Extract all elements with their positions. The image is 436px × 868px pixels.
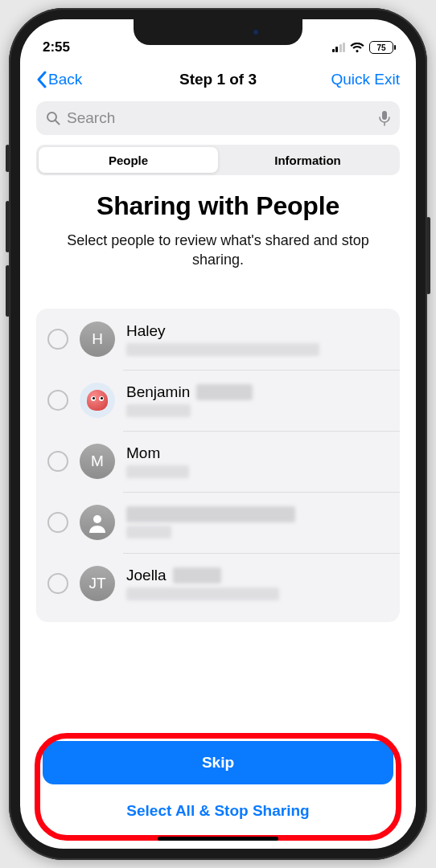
search-input[interactable] [67, 109, 372, 127]
power-button [426, 217, 430, 294]
people-list: H Haley Benjamin M Mom [36, 309, 400, 622]
avatar: M [80, 444, 115, 479]
sharing-detail [126, 465, 189, 478]
person-name: Joella [126, 567, 167, 584]
list-item[interactable]: M Mom [36, 431, 400, 492]
list-item[interactable]: H Haley [36, 309, 400, 370]
back-label: Back [48, 71, 82, 88]
page-subtitle: Select people to review what's shared an… [20, 224, 416, 286]
tab-information[interactable]: Information [218, 147, 397, 173]
screen: 2:55 75 Back Step 1 of 3 Quick Exit P [20, 19, 416, 849]
avatar: H [80, 321, 115, 357]
quick-exit-button[interactable]: Quick Exit [331, 71, 400, 88]
notch [134, 19, 302, 45]
radio-unselected[interactable] [47, 512, 68, 533]
volume-down-button [6, 265, 10, 317]
tab-people[interactable]: People [39, 147, 218, 173]
chevron-left-icon [36, 71, 47, 88]
list-item[interactable]: JT Joella [36, 553, 400, 614]
person-name: Haley [126, 322, 166, 340]
wifi-icon [350, 43, 364, 53]
cellular-icon [332, 43, 346, 52]
search-field[interactable] [36, 101, 400, 135]
person-name [126, 506, 295, 522]
avatar [80, 505, 115, 540]
sharing-detail [126, 526, 171, 538]
page-title: Sharing with People [39, 191, 397, 221]
skip-button[interactable]: Skip [43, 741, 393, 784]
back-button[interactable]: Back [36, 71, 82, 88]
avatar [80, 383, 115, 418]
battery-icon: 75 [369, 41, 393, 54]
radio-unselected[interactable] [47, 573, 68, 594]
sharing-detail [126, 404, 191, 417]
status-time: 2:55 [43, 39, 70, 55]
list-item[interactable] [36, 492, 400, 553]
phone-frame: 2:55 75 Back Step 1 of 3 Quick Exit P [9, 8, 427, 860]
mute-switch [6, 145, 10, 172]
radio-unselected[interactable] [47, 329, 68, 350]
microphone-icon[interactable] [379, 110, 390, 126]
sharing-detail [126, 588, 279, 600]
list-item[interactable]: Benjamin [36, 370, 400, 431]
select-all-stop-sharing-button[interactable]: Select All & Stop Sharing [43, 799, 393, 823]
volume-up-button [6, 201, 10, 252]
svg-rect-2 [382, 111, 387, 120]
nav-bar: Back Step 1 of 3 Quick Exit [20, 61, 416, 95]
svg-line-1 [56, 121, 60, 125]
radio-unselected[interactable] [47, 390, 68, 411]
svg-point-3 [93, 515, 101, 523]
home-indicator[interactable] [158, 837, 278, 841]
person-name: Mom [126, 444, 160, 462]
sharing-detail [126, 343, 319, 356]
step-label: Step 1 of 3 [179, 71, 257, 88]
search-icon [46, 111, 60, 125]
segmented-control: People Information [36, 145, 400, 175]
avatar: JT [80, 566, 115, 601]
bottom-actions: Skip Select All & Stop Sharing [20, 730, 416, 849]
person-name: Benjamin [126, 383, 190, 401]
radio-unselected[interactable] [47, 451, 68, 472]
